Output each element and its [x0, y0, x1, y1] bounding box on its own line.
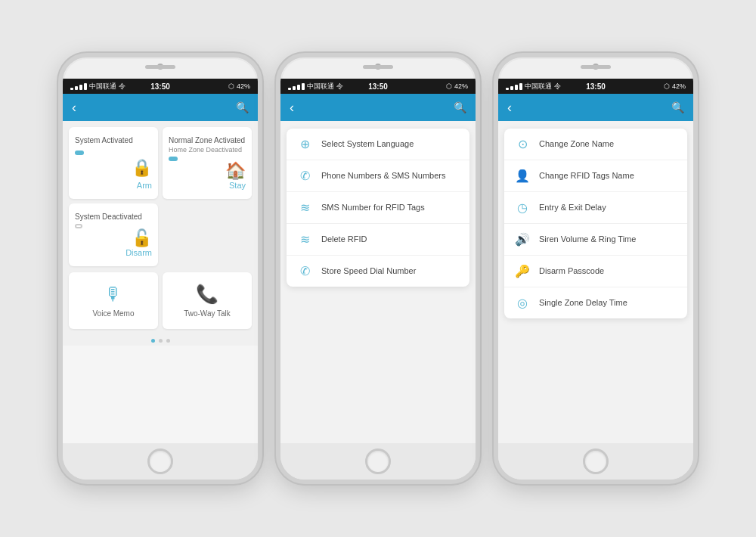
- phone-numbers-text: Phone Numbers & SMS Numbers: [321, 170, 445, 181]
- signal-1: [70, 83, 87, 90]
- screen-content-3: ⊙ Change Zone Name 👤 Change RFID Tags Na…: [498, 129, 693, 318]
- menu-item-siren[interactable]: 🔊 Siren Volume & Ring Time: [504, 224, 687, 256]
- menu-item-sms-rfid[interactable]: ≋ SMS Number for RFID Tags: [287, 192, 469, 224]
- voice-memo-label: Voice Memo: [92, 309, 134, 318]
- screen-content-2: ⊕ Select System Language ✆ Phone Numbers…: [280, 129, 476, 287]
- back-button-1[interactable]: ‹: [72, 100, 76, 116]
- stay-title: Normal Zone Activated: [169, 136, 245, 144]
- arm-cell[interactable]: System Activated 🔒 Arm: [69, 127, 158, 199]
- status-bar-1: 中国联通 令 13:50 ⬡ 42%: [63, 79, 258, 94]
- delete-rfid-icon: ≋: [297, 232, 312, 247]
- home-button-2[interactable]: [365, 449, 391, 474]
- menu-item-delete-rfid[interactable]: ≋ Delete RFID: [287, 224, 469, 256]
- arm-status-dot: [75, 151, 84, 155]
- two-way-talk-icon: 📞: [196, 284, 218, 305]
- speaker-3: [581, 65, 611, 69]
- home-button-3[interactable]: [583, 449, 609, 474]
- rfid-name-icon: 👤: [515, 169, 530, 183]
- s2-dot-1: [288, 88, 291, 90]
- menu-item-phone-numbers[interactable]: ✆ Phone Numbers & SMS Numbers: [287, 160, 469, 192]
- battery-pct-1: 42%: [237, 82, 250, 90]
- search-icon-3[interactable]: 🔍: [671, 101, 684, 113]
- page-indicator-1: [63, 335, 258, 346]
- stay-label: Stay: [229, 181, 246, 190]
- menu-item-entry-exit[interactable]: ◷ Entry & Exit Delay: [504, 192, 687, 224]
- two-way-talk-label: Two-Way Talk: [184, 309, 231, 318]
- search-icon-1[interactable]: 🔍: [236, 101, 249, 113]
- battery-icon-3: ⬡: [664, 82, 670, 90]
- disarm-passcode-text: Disarm Passcode: [539, 265, 604, 276]
- battery-icon-1: ⬡: [228, 82, 234, 90]
- delete-rfid-text: Delete RFID: [321, 234, 367, 244]
- arm-label: Arm: [137, 181, 152, 190]
- screen-3: ⊙ Change Zone Name 👤 Change RFID Tags Na…: [498, 121, 693, 443]
- arm-title: System Activated: [75, 136, 133, 144]
- status-left-2: 中国联通 令: [288, 82, 343, 92]
- home-button-1[interactable]: [147, 449, 173, 474]
- voice-memo-cell[interactable]: 🎙 Voice Memo: [69, 272, 158, 329]
- speed-dial-text: Store Speed Dial Number: [321, 265, 416, 276]
- nav-bar-3: ‹ 🔍: [498, 94, 693, 121]
- page-dot-1: [151, 339, 155, 343]
- status-right-1: ⬡ 42%: [228, 82, 250, 90]
- status-bar-2: 中国联通 令 13:50 ⬡ 42%: [280, 79, 476, 94]
- page-dot-2: [159, 339, 163, 343]
- speaker-1: [145, 65, 175, 69]
- menu-item-disarm-passcode[interactable]: 🔑 Disarm Passcode: [504, 256, 687, 287]
- zone-name-text: Change Zone Name: [539, 138, 614, 149]
- wifi-icon-3: 令: [554, 82, 561, 92]
- main-grid: System Activated 🔒 Arm Normal Zone Activ…: [63, 121, 258, 272]
- home-button-area-2: [280, 443, 476, 480]
- siren-text: Siren Volume & Ring Time: [539, 234, 636, 244]
- two-way-talk-cell[interactable]: 📞 Two-Way Talk: [163, 272, 252, 329]
- menu-list-3: ⊙ Change Zone Name 👤 Change RFID Tags Na…: [504, 129, 687, 318]
- wifi-icon-2: 令: [336, 82, 343, 92]
- nav-bar-2: ‹ 🔍: [280, 94, 476, 121]
- phone-top-3: [498, 57, 693, 79]
- arm-icon: 🔒: [132, 158, 152, 178]
- bottom-row: 🎙 Voice Memo 📞 Two-Way Talk: [63, 272, 258, 335]
- signal-3: [506, 83, 522, 90]
- back-button-3[interactable]: ‹: [507, 100, 512, 116]
- sig-dot-3: [79, 85, 82, 90]
- status-right-3: ⬡ 42%: [664, 82, 686, 90]
- menu-item-language[interactable]: ⊕ Select System Language: [287, 129, 469, 160]
- voice-memo-icon: 🎙: [104, 284, 122, 305]
- signal-2: [288, 83, 305, 90]
- disarm-cell[interactable]: System Deactivated 🔓 Disarm: [69, 203, 158, 266]
- status-left-1: 中国联通 令: [70, 82, 125, 92]
- screen-2: ⊕ Select System Language ✆ Phone Numbers…: [280, 121, 476, 443]
- disarm-icon: 🔓: [132, 228, 152, 248]
- menu-item-speed-dial[interactable]: ✆ Store Speed Dial Number: [287, 256, 469, 287]
- menu-item-zone-name[interactable]: ⊙ Change Zone Name: [504, 129, 687, 160]
- disarm-passcode-icon: 🔑: [515, 264, 530, 278]
- language-icon: ⊕: [297, 137, 312, 151]
- stay-icon: 🏠: [225, 161, 246, 181]
- screen-1: System Activated 🔒 Arm Normal Zone Activ…: [63, 121, 258, 443]
- phone-top-1: [63, 57, 258, 79]
- s3-dot-3: [515, 85, 518, 90]
- menu-item-rfid-name[interactable]: 👤 Change RFID Tags Name: [504, 160, 687, 192]
- sms-rfid-text: SMS Number for RFID Tags: [321, 202, 425, 213]
- s2-dot-3: [297, 85, 300, 90]
- s2-dot-2: [293, 86, 296, 90]
- time-1: 13:50: [150, 82, 170, 91]
- stay-cell[interactable]: Normal Zone Activated Home Zone Deactiva…: [163, 127, 252, 199]
- carrier-3: 中国联通: [525, 82, 552, 92]
- phone-3: 中国联通 令 13:50 ⬡ 42% ‹ 🔍 ⊙ Change Zone Nam…: [494, 53, 698, 484]
- disarm-title: System Deactivated: [75, 213, 142, 221]
- menu-item-zone-delay[interactable]: ◎ Single Zone Delay Time: [504, 287, 687, 318]
- back-button-2[interactable]: ‹: [290, 100, 294, 116]
- search-icon-2[interactable]: 🔍: [454, 101, 466, 113]
- sig-dot-4: [84, 83, 87, 90]
- time-2: 13:50: [368, 82, 388, 91]
- s3-dot-4: [519, 83, 522, 90]
- home-button-area-3: [498, 443, 693, 480]
- time-3: 13:50: [586, 82, 606, 91]
- disarm-status-dot: [75, 224, 82, 228]
- menu-list-2: ⊕ Select System Language ✆ Phone Numbers…: [287, 129, 469, 287]
- sms-rfid-icon: ≋: [297, 200, 312, 215]
- stay-sub: Home Zone Deactivated: [169, 146, 242, 154]
- page-dot-3: [166, 339, 170, 343]
- s3-dot-1: [506, 88, 509, 90]
